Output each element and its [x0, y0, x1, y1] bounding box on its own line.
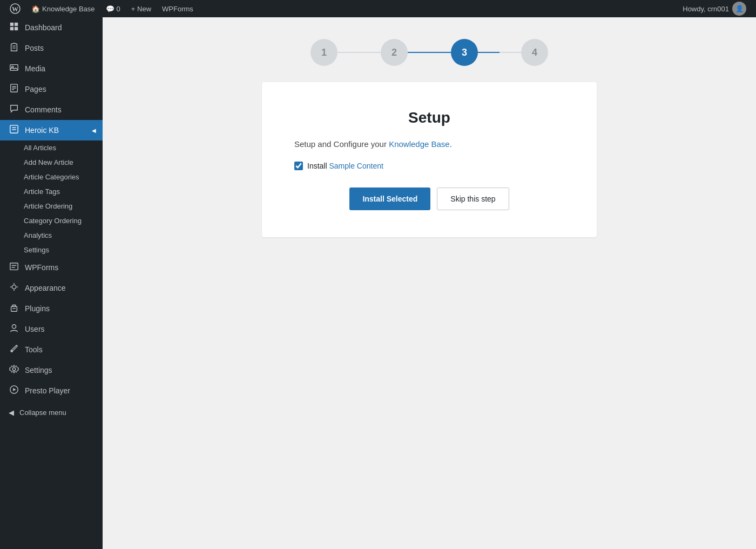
settings-label: Settings: [25, 366, 52, 374]
tools-icon: [9, 344, 19, 356]
step-1: 1: [310, 39, 338, 66]
wpforms-icon: [9, 262, 19, 273]
heroic-kb-arrow: ◀: [92, 128, 96, 133]
posts-label: Posts: [25, 44, 44, 52]
appearance-label: Appearance: [25, 284, 66, 292]
wpforms-adminbar-button[interactable]: WPForms: [157, 0, 199, 17]
wp-logo-button[interactable]: W: [4, 0, 26, 17]
install-sample-checkbox[interactable]: [294, 162, 303, 170]
howdy-text[interactable]: Howdy, crn001 👤: [677, 2, 752, 16]
install-selected-button[interactable]: Install Selected: [349, 188, 430, 210]
sample-content-link: Sample Content: [329, 162, 383, 170]
svg-point-20: [12, 285, 16, 289]
svg-rect-2: [10, 23, 14, 26]
svg-rect-5: [15, 27, 18, 30]
sidebar-item-appearance[interactable]: Appearance: [0, 278, 103, 298]
sidebar-item-comments[interactable]: Comments: [0, 99, 103, 120]
new-button[interactable]: + New: [126, 0, 157, 17]
sidebar-item-media[interactable]: Media: [0, 58, 103, 79]
step-line-3-4: [478, 52, 521, 53]
comments-count: 0: [117, 5, 120, 13]
plugins-icon: [9, 303, 19, 314]
step-3: 3: [451, 39, 478, 66]
tools-label: Tools: [25, 345, 43, 354]
setup-stepper: 1 2 3 4: [310, 39, 548, 66]
submenu-settings[interactable]: Settings: [0, 243, 103, 257]
svg-point-27: [12, 325, 16, 329]
install-sample-label[interactable]: Install Sample Content: [307, 162, 383, 170]
comments-label: Comments: [25, 105, 62, 114]
posts-icon: [9, 42, 19, 54]
install-sample-content-row: Install Sample Content: [294, 162, 564, 170]
dashboard-icon: [9, 22, 19, 34]
comments-button[interactable]: 💬 0: [100, 0, 126, 17]
comments-icon: [9, 104, 19, 116]
setup-desc-link: Knowledge Base: [389, 139, 450, 149]
setup-title: Setup: [294, 109, 564, 126]
svg-rect-25: [11, 306, 17, 311]
sidebar-item-users[interactable]: Users: [0, 319, 103, 339]
collapse-label: Collapse menu: [19, 409, 66, 417]
sidebar-item-settings[interactable]: Settings: [0, 360, 103, 380]
plugins-label: Plugins: [25, 304, 50, 313]
presto-player-label: Presto Player: [25, 386, 70, 395]
svg-rect-17: [10, 263, 18, 270]
heroic-kb-label: Heroic KB: [25, 126, 59, 135]
sidebar-item-heroic-kb[interactable]: Heroic KB ◀: [0, 120, 103, 140]
sidebar-item-plugins[interactable]: Plugins: [0, 298, 103, 319]
submenu-article-categories[interactable]: Article Categories: [0, 170, 103, 184]
sidebar-item-pages[interactable]: Pages: [0, 79, 103, 99]
svg-text:W: W: [12, 5, 18, 13]
media-label: Media: [25, 64, 45, 73]
dashboard-label: Dashboard: [25, 23, 62, 32]
pages-label: Pages: [25, 85, 46, 93]
action-buttons: Install Selected Skip this step: [294, 188, 564, 210]
sidebar-item-tools[interactable]: Tools: [0, 339, 103, 360]
site-name-label: Knowledge Base: [42, 5, 95, 13]
setup-card: Setup Setup and Configure your Knowledge…: [262, 82, 597, 237]
step-line-2-3: [408, 52, 451, 53]
user-avatar: 👤: [732, 2, 746, 16]
collapse-menu-button[interactable]: ◀ Collapse menu: [0, 403, 103, 422]
svg-rect-14: [10, 125, 18, 133]
pages-icon: [9, 83, 19, 95]
submenu-article-tags[interactable]: Article Tags: [0, 184, 103, 199]
settings-icon: [9, 364, 19, 376]
sidebar: Dashboard Posts Media Pages: [0, 17, 103, 549]
skip-step-button[interactable]: Skip this step: [437, 188, 509, 210]
setup-description: Setup and Configure your Knowledge Base.: [294, 139, 564, 149]
sidebar-item-wpforms[interactable]: WPForms: [0, 257, 103, 278]
step-4: 4: [521, 39, 548, 66]
submenu-add-new-article[interactable]: Add New Article: [0, 155, 103, 170]
submenu-analytics[interactable]: Analytics: [0, 228, 103, 243]
submenu-article-ordering[interactable]: Article Ordering: [0, 199, 103, 213]
sidebar-item-dashboard[interactable]: Dashboard: [0, 17, 103, 38]
site-name-button[interactable]: 🏠 Knowledge Base: [26, 0, 100, 17]
step-2: 2: [381, 39, 408, 66]
step-line-1-2: [338, 52, 381, 53]
appearance-icon: [9, 282, 19, 294]
svg-marker-31: [13, 388, 16, 391]
svg-point-29: [12, 367, 15, 370]
main-content: 1 2 3 4 Setup Setup and Configure your K…: [103, 17, 756, 549]
svg-rect-3: [15, 23, 18, 26]
media-icon: [9, 63, 19, 75]
collapse-icon: ◀: [9, 409, 14, 417]
wpforms-adminbar-label: WPForms: [162, 5, 193, 13]
sidebar-item-presto-player[interactable]: Presto Player: [0, 380, 103, 401]
admin-bar: W 🏠 Knowledge Base 💬 0 + New WPForms How…: [0, 0, 756, 17]
svg-rect-4: [10, 27, 14, 30]
heroic-kb-icon: [9, 124, 19, 136]
presto-icon: [9, 385, 19, 397]
submenu-all-articles[interactable]: All Articles: [0, 140, 103, 155]
sidebar-item-posts[interactable]: Posts: [0, 38, 103, 58]
submenu-category-ordering[interactable]: Category Ordering: [0, 213, 103, 228]
users-icon: [9, 323, 19, 335]
wpforms-label: WPForms: [25, 263, 58, 272]
svg-rect-8: [10, 65, 18, 71]
new-label: + New: [131, 5, 151, 13]
users-label: Users: [25, 325, 45, 333]
